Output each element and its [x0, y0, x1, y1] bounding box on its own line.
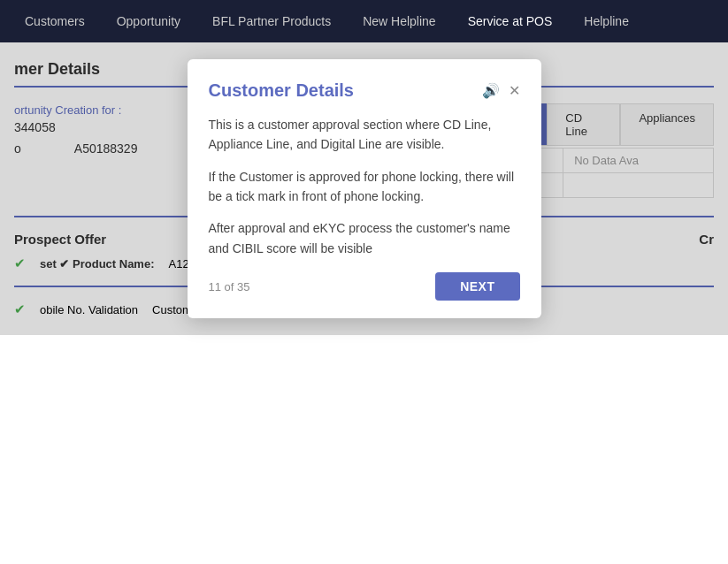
next-button[interactable]: NEXT [435, 272, 519, 301]
modal-counter: 11 of 35 [209, 280, 250, 293]
modal-body-text-3: After approval and eKYC process the cust… [209, 218, 520, 258]
modal-body-text-2: If the Customer is approved for phone lo… [209, 167, 520, 207]
modal-sound-icon[interactable]: 🔊 [482, 82, 500, 99]
modal-title: Customer Details [209, 80, 355, 101]
modal-header: Customer Details 🔊 ✕ [209, 80, 520, 101]
nav-customers[interactable]: Customers [9, 0, 101, 42]
modal-close-icon[interactable]: ✕ [509, 82, 520, 99]
nav-helpline[interactable]: Helpline [568, 0, 645, 42]
nav-opportunity[interactable]: Opportunity [101, 0, 196, 42]
modal-body-text-1: This is a customer approval section wher… [209, 115, 520, 155]
nav-bfl[interactable]: BFL Partner Products [196, 0, 347, 42]
nav-service-pos[interactable]: Service at POS [452, 0, 569, 42]
modal-body: This is a customer approval section wher… [209, 115, 520, 258]
modal-box: Customer Details 🔊 ✕ This is a customer … [188, 59, 541, 318]
modal-icons: 🔊 ✕ [482, 82, 520, 99]
nav-helpline-new[interactable]: New Helpline [347, 0, 451, 42]
modal-overlay: Customer Details 🔊 ✕ This is a customer … [0, 42, 728, 335]
modal-footer: 11 of 35 NEXT [209, 272, 520, 301]
navbar: Customers Opportunity BFL Partner Produc… [0, 0, 728, 42]
main-content: mer Details ortunity Creation for : 3440… [0, 42, 728, 335]
